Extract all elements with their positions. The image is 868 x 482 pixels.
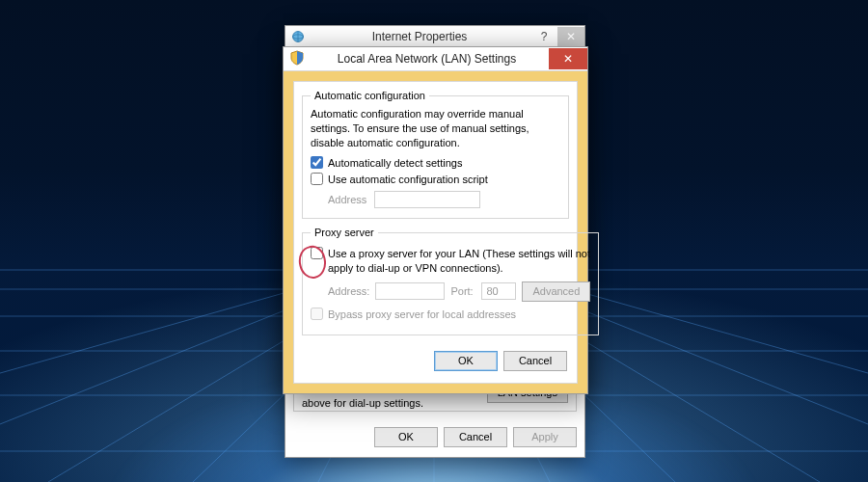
auto-detect-checkbox[interactable] xyxy=(311,156,323,169)
lan-settings-body: Automatic configuration Automatic config… xyxy=(284,71,587,393)
automatic-configuration-group: Automatic configuration Automatic config… xyxy=(302,90,569,219)
close-button[interactable]: ✕ xyxy=(557,27,584,46)
auto-script-address-input[interactable] xyxy=(374,191,480,208)
lan-settings-footer: OK Cancel xyxy=(302,343,569,373)
internet-properties-footer: OK Cancel Apply xyxy=(285,419,584,457)
automatic-configuration-legend: Automatic configuration xyxy=(311,90,429,101)
proxy-address-input[interactable] xyxy=(375,282,445,300)
auto-script-checkbox-row[interactable]: Use automatic configuration script xyxy=(311,173,560,187)
cancel-button[interactable]: Cancel xyxy=(444,427,507,447)
auto-detect-label: Automatically detect settings xyxy=(328,156,462,171)
help-button[interactable]: ? xyxy=(530,27,557,46)
cancel-button[interactable]: Cancel xyxy=(503,351,567,371)
advanced-button[interactable]: Advanced xyxy=(522,281,590,302)
bypass-local-checkbox-row[interactable]: Bypass proxy server for local addresses xyxy=(311,308,590,322)
lan-settings-titlebar[interactable]: Local Area Network (LAN) Settings ✕ xyxy=(284,47,587,71)
use-proxy-checkbox[interactable] xyxy=(311,247,323,259)
lan-settings-title: Local Area Network (LAN) Settings xyxy=(305,52,549,66)
bypass-local-label: Bypass proxy server for local addresses xyxy=(328,308,516,322)
automatic-configuration-help: Automatic configuration may override man… xyxy=(311,107,560,150)
ok-button[interactable]: OK xyxy=(374,427,438,447)
lan-settings-icon xyxy=(289,50,305,67)
lan-settings-dialog: Local Area Network (LAN) Settings ✕ Auto… xyxy=(283,46,588,394)
close-button[interactable]: ✕ xyxy=(549,48,587,69)
use-proxy-checkbox-row[interactable]: Use a proxy server for your LAN (These s… xyxy=(311,247,590,276)
internet-properties-title: Internet Properties xyxy=(309,30,530,43)
auto-script-address-label: Address xyxy=(328,194,368,205)
auto-script-checkbox[interactable] xyxy=(311,173,323,185)
internet-properties-titlebar[interactable]: Internet Properties ? ✕ xyxy=(285,26,584,48)
proxy-server-legend: Proxy server xyxy=(311,227,378,238)
apply-button[interactable]: Apply xyxy=(513,427,577,447)
use-proxy-label: Use a proxy server for your LAN (These s… xyxy=(328,247,590,276)
proxy-address-label: Address: xyxy=(328,285,369,297)
auto-script-label: Use automatic configuration script xyxy=(328,173,488,187)
ok-button[interactable]: OK xyxy=(434,351,498,371)
bypass-local-checkbox[interactable] xyxy=(311,308,323,320)
internet-options-icon xyxy=(291,30,305,43)
proxy-server-group: Proxy server Use a proxy server for your… xyxy=(302,227,599,335)
proxy-port-label: Port: xyxy=(450,285,475,297)
proxy-port-input[interactable] xyxy=(481,282,516,300)
auto-detect-checkbox-row[interactable]: Automatically detect settings xyxy=(311,156,560,171)
